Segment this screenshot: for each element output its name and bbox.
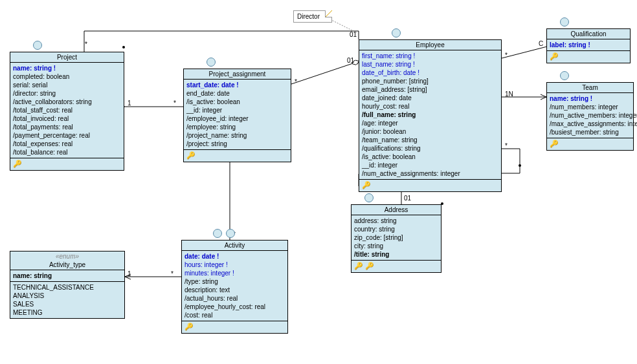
entity-title: Activity [182, 241, 287, 251]
mult: 1 [128, 270, 131, 277]
attrs: address: stringcountry: stringzip_code: … [352, 215, 441, 261]
attrs: name: string !/num_members: integer/num_… [547, 93, 633, 138]
attr: name: string [13, 272, 122, 280]
attr: /total_invoiced: real [13, 114, 121, 123]
attr: /type: string [184, 277, 285, 286]
key-icon: 🔑 [550, 140, 559, 147]
attr: start_date: date ! [186, 81, 288, 89]
key-icon: 🔑 [186, 151, 196, 159]
attrs: name: string !completed: booleanserial: … [10, 63, 124, 158]
stereotype: «enum» [10, 252, 124, 260]
entity-activity-type[interactable]: «enum» Activity_type name: string TECHNI… [10, 251, 125, 319]
attr: /qualifications: string [362, 144, 498, 153]
attrs: start_date: date !end_date: date/is_acti… [184, 80, 291, 150]
attr: minutes: integer ! [184, 269, 285, 277]
key-icon: 🔑 [362, 181, 371, 189]
attr: /project: string [186, 140, 288, 148]
attr: /total_balance: real [13, 148, 121, 156]
entity-title: Project_assignment [184, 69, 291, 80]
lollipop-icon [392, 28, 401, 37]
enum-values: TECHNICAL_ASSISTANCEANALYSISSALESMEETING [10, 282, 124, 318]
dot-icon [441, 202, 443, 205]
attr: /age: integer [362, 119, 498, 127]
entity-project[interactable]: Project name: string !completed: boolean… [10, 52, 124, 171]
note-director: Director [293, 10, 332, 23]
attr: phone_number: [string] [362, 77, 498, 85]
lollipop-icon [560, 71, 569, 80]
attr: /total_expenses: real [13, 140, 121, 148]
attr: /full_name: string [362, 111, 498, 119]
attrs: date: date !hours: integer !minutes: int… [182, 251, 287, 321]
attr: /junior: boolean [362, 127, 498, 136]
attr: __id: integer [186, 106, 288, 114]
entity-team[interactable]: Team name: string !/num_members: integer… [546, 82, 634, 151]
attr: hours: integer ! [184, 261, 285, 269]
attr: address: string [354, 217, 438, 225]
attr: date_of_birth: date ! [362, 69, 498, 77]
key-icon: 🔑 [184, 323, 194, 330]
entity-title: Qualification [547, 29, 630, 39]
svg-point-0 [122, 46, 125, 48]
enum-value: ANALYSIS [13, 292, 122, 300]
key-icon: 🔑 [550, 52, 559, 60]
mult: C [539, 40, 543, 47]
attr: /payment_percentage: real [13, 131, 121, 140]
attr: end_date: date [186, 89, 288, 98]
mult: 1N [505, 91, 513, 98]
entity-title: Activity_type [10, 260, 124, 270]
attr: /is_active: boolean [186, 98, 288, 106]
attr: label: string ! [550, 41, 627, 49]
mult: 1 [128, 100, 131, 107]
mult: 01 [350, 31, 357, 38]
entity-qualification[interactable]: Qualification label: string ! 🔑 [546, 28, 631, 63]
entity-title: Team [547, 83, 633, 93]
enum-value: SALES [13, 300, 122, 308]
mult: * [505, 52, 508, 59]
attr: /team_name: string [362, 136, 498, 144]
entity-title: Employee [359, 40, 501, 50]
entity-project-assignment[interactable]: Project_assignment start_date: date !end… [183, 69, 291, 162]
attr: /num_active_members: integer [550, 111, 631, 120]
enum-value: TECHNICAL_ASSISTANCE [13, 283, 122, 292]
lollipop-icon [364, 193, 374, 202]
attr: city: string [354, 242, 438, 250]
attr: last_name: string ! [362, 60, 498, 69]
attr: name: string ! [550, 94, 631, 103]
attr: /busiest_member: string [550, 128, 631, 136]
attrs: label: string ! [547, 39, 630, 51]
attr: description: text [184, 286, 285, 294]
key-icon: 🔑 [13, 160, 22, 167]
attr: /total_payments: real [13, 123, 121, 131]
mult: * [85, 41, 87, 48]
attr: /active_collaborators: string [13, 98, 121, 106]
attr: name: string ! [13, 64, 121, 72]
mult: 01 [404, 195, 411, 202]
mult: 01 [347, 57, 354, 64]
attr: zip_code: [string] [354, 233, 438, 242]
attr: hourly_cost: real [362, 102, 498, 111]
attr: /actual_hours: real [184, 294, 285, 303]
entity-employee[interactable]: Employee first_name: string !last_name: … [359, 39, 502, 192]
entity-activity[interactable]: Activity date: date !hours: integer !min… [181, 240, 288, 334]
entity-address[interactable]: Address address: stringcountry: stringzi… [351, 204, 441, 273]
attr: email_address: [string] [362, 85, 498, 94]
attrs: first_name: string !last_name: string !d… [359, 50, 501, 180]
attr: /title: string [354, 250, 438, 259]
attr: date: date ! [184, 252, 285, 261]
lollipop-icon [207, 58, 216, 67]
attr: /num_active_assignments: integer [362, 169, 498, 178]
enum-value: MEETING [13, 308, 122, 317]
attr: /num_members: integer [550, 103, 631, 111]
attr: /project_name: string [186, 131, 288, 140]
mult: * [173, 100, 176, 107]
attr: /director: string [13, 89, 121, 98]
lollipop-icon [33, 41, 42, 50]
attr: date_joined: date [362, 94, 498, 102]
mult: * [505, 142, 508, 149]
attr: /employee: string [186, 123, 288, 131]
attr: /is_active: boolean [362, 153, 498, 161]
attr: serial: serial [13, 81, 121, 89]
attr: country: string [354, 225, 438, 233]
attr: __id: integer [362, 161, 498, 169]
attr: /cost: real [184, 311, 285, 319]
